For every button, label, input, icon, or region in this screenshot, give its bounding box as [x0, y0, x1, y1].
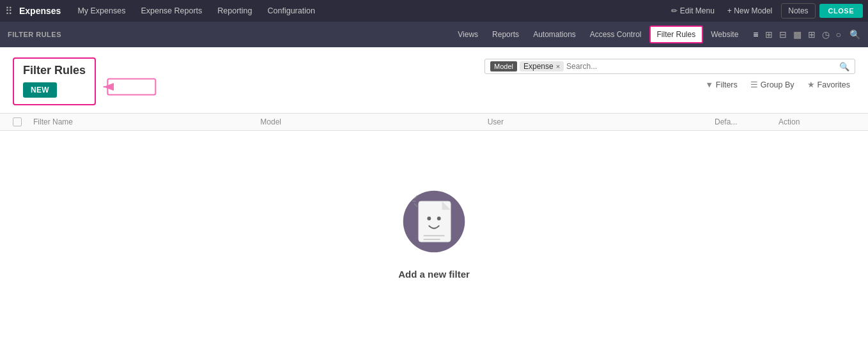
- search-input[interactable]: [566, 62, 839, 71]
- close-button[interactable]: CLOSE: [819, 4, 863, 18]
- list-view-icon[interactable]: ≡: [751, 28, 760, 41]
- sec-nav-filter-rules[interactable]: Filter Rules: [649, 26, 704, 43]
- model-tag-text: Expense: [523, 62, 554, 71]
- nav-my-expenses[interactable]: My Expenses: [71, 4, 132, 18]
- apps-icon[interactable]: ⠿: [5, 5, 13, 17]
- svg-point-7: [427, 216, 431, 220]
- filter-icon: ▼: [705, 80, 713, 89]
- secondary-navigation: FILTER RULES Views Reports Automations A…: [0, 22, 868, 47]
- table-header: Filter Name Model User Defa... Action: [0, 113, 868, 131]
- col-default: Defa...: [715, 117, 779, 126]
- top-right-actions: ✏ Edit Menu + New Model Notes CLOSE: [667, 3, 863, 19]
- nav-expense-reports[interactable]: Expense Reports: [134, 4, 208, 18]
- chart-view-icon[interactable]: ▦: [791, 28, 803, 41]
- filters-label: Filters: [716, 80, 738, 89]
- activity-view-icon[interactable]: ○: [834, 28, 843, 41]
- page-title-box: Filter Rules NEW: [13, 57, 96, 105]
- svg-rect-1: [107, 79, 155, 94]
- main-content: Filter Rules NEW Mo: [0, 47, 868, 305]
- view-toggle-icons: ≡ ⊞ ⊟ ▦ ⊞ ◷ ○: [751, 28, 843, 41]
- empty-state-text: Add a new filter: [398, 269, 470, 280]
- breadcrumb: FILTER RULES: [8, 31, 450, 38]
- group-by-icon: ☰: [750, 80, 758, 89]
- select-all-checkbox[interactable]: [13, 117, 33, 126]
- empty-illustration: [392, 169, 476, 259]
- favorites-icon: ★: [807, 80, 815, 89]
- top-navigation: ⠿ Expenses My Expenses Expense Reports R…: [0, 0, 868, 22]
- model-tag-close-icon[interactable]: ×: [556, 63, 560, 70]
- search-bar-row: Model Expense × 🔍: [176, 59, 855, 74]
- kanban-view-icon[interactable]: ⊞: [763, 28, 775, 41]
- sec-nav-views[interactable]: Views: [451, 27, 484, 42]
- search-bar-area: Model Expense × 🔍 ▼ Filters ☰ Group By: [176, 57, 855, 91]
- filters-button[interactable]: ▼ Filters: [700, 79, 742, 91]
- page-header: Filter Rules NEW Mo: [0, 47, 868, 105]
- col-action: Action: [779, 117, 855, 126]
- model-label: Model: [490, 61, 517, 71]
- arrow-svg: [102, 73, 166, 101]
- new-button[interactable]: NEW: [23, 82, 57, 98]
- filter-row: ▼ Filters ☰ Group By ★ Favorites: [176, 78, 855, 91]
- group-view-icon[interactable]: ⊟: [777, 28, 789, 41]
- empty-state: Add a new filter: [0, 131, 868, 305]
- edit-menu-btn[interactable]: ✏ Edit Menu: [667, 5, 718, 17]
- pivot-view-icon[interactable]: ⊞: [806, 28, 818, 41]
- sec-nav-access-control[interactable]: Access Control: [584, 27, 648, 42]
- col-user: User: [488, 117, 715, 126]
- col-model: Model: [260, 117, 487, 126]
- nav-reporting[interactable]: Reporting: [211, 4, 258, 18]
- sec-nav-automations[interactable]: Automations: [527, 27, 582, 42]
- sec-nav-reports[interactable]: Reports: [486, 27, 525, 42]
- svg-point-8: [437, 216, 441, 220]
- nav-search-icon[interactable]: 🔍: [849, 29, 860, 40]
- page-title: Filter Rules: [23, 64, 86, 77]
- favorites-label: Favorites: [818, 80, 850, 89]
- notes-button[interactable]: Notes: [781, 3, 815, 19]
- group-by-label: Group By: [761, 80, 794, 89]
- title-section: Filter Rules NEW: [13, 57, 166, 105]
- group-by-button[interactable]: ☰ Group By: [745, 78, 800, 91]
- model-tag: Expense ×: [520, 61, 564, 71]
- app-brand: Expenses: [19, 6, 61, 16]
- secondary-nav-items: Views Reports Automations Access Control…: [451, 26, 745, 43]
- table-area: Filter Name Model User Defa... Action: [0, 113, 868, 305]
- search-box: Model Expense × 🔍: [484, 59, 855, 74]
- favorites-button[interactable]: ★ Favorites: [802, 78, 855, 91]
- calendar-view-icon[interactable]: ◷: [820, 28, 832, 41]
- sec-nav-website[interactable]: Website: [704, 27, 745, 42]
- search-magnifier-icon[interactable]: 🔍: [839, 62, 849, 71]
- arrow-annotation: [102, 73, 166, 101]
- col-filter-name: Filter Name: [33, 117, 260, 126]
- nav-configuration[interactable]: Configuration: [261, 4, 322, 18]
- new-model-btn[interactable]: + New Model: [722, 4, 777, 18]
